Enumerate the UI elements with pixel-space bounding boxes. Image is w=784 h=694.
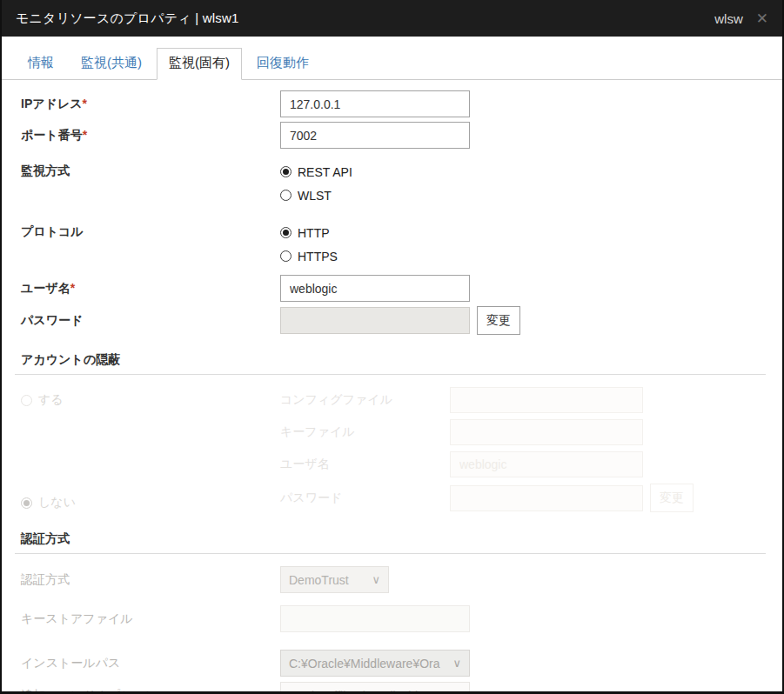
ip-address-row: IPアドレス* [21, 90, 763, 117]
key-file-input [450, 419, 643, 445]
command-option-input [280, 682, 470, 694]
required-mark: * [83, 97, 87, 110]
password-label: パスワード [21, 313, 280, 329]
account-hiding-section: する しない コンフィグファイル キーファイル [21, 387, 763, 518]
keystore-label: キーストアファイル [21, 611, 280, 627]
window-label: wlsw [714, 11, 743, 26]
hidden-password-row: パスワード 変更 [280, 484, 694, 512]
command-option-label: 追加コマンドオプション [21, 688, 280, 694]
key-file-row: キーファイル [280, 419, 694, 445]
port-label: ポート番号* [21, 128, 280, 143]
monitor-method-row: 監視方式 REST API WLST [21, 160, 763, 207]
radio-https[interactable]: HTTPS [280, 244, 338, 268]
keystore-input [280, 605, 470, 632]
close-icon[interactable]: ✕ [756, 11, 768, 26]
radio-http[interactable]: HTTP [280, 221, 338, 244]
tab-content: IPアドレス* ポート番号* 監視方式 REST API WLST [2, 80, 782, 694]
required-mark: * [70, 281, 75, 295]
hidden-password-label: パスワード [280, 490, 450, 506]
radio-button-icon [280, 250, 291, 262]
port-input[interactable] [280, 122, 470, 149]
protocol-label: プロトコル [21, 221, 280, 240]
radio-wlst[interactable]: WLST [280, 184, 352, 207]
keystore-row: キーストアファイル [21, 605, 763, 632]
hidden-password-change-button: 変更 [650, 484, 694, 512]
ip-address-label: IPアドレス* [21, 97, 280, 112]
command-option-row: 追加コマンドオプション [21, 682, 763, 694]
password-row: パスワード 変更 [21, 306, 763, 335]
auth-method-label: 認証方式 [21, 572, 280, 588]
config-file-label: コンフィグファイル [280, 392, 450, 408]
config-file-input [450, 387, 643, 413]
monitor-method-label: 監視方式 [21, 160, 280, 179]
tab-recovery-action[interactable]: 回復動作 [245, 48, 321, 79]
hidden-username-label: ユーザ名 [280, 457, 450, 472]
chevron-down-icon: ∨ [452, 657, 461, 670]
auth-section-title: 認証方式 [15, 531, 766, 554]
username-row: ユーザ名* [21, 275, 763, 302]
protocol-group: HTTP HTTPS [280, 221, 338, 268]
auth-method-row: 認証方式 DemoTrust ∨ [21, 566, 763, 593]
dialog-title: モニタリソースのプロパティ | wlsw1 [16, 10, 239, 27]
radio-button-icon [21, 497, 32, 509]
key-file-label: キーファイル [280, 424, 450, 440]
hidden-password-input [450, 485, 643, 511]
protocol-row: プロトコル HTTP HTTPS [21, 221, 763, 268]
radio-button-icon [21, 395, 32, 406]
chevron-down-icon: ∨ [372, 573, 380, 586]
ip-address-input[interactable] [280, 90, 470, 117]
tab-monitor-common[interactable]: 監視(共通) [69, 48, 154, 79]
port-row: ポート番号* [21, 122, 763, 149]
username-input[interactable] [280, 275, 470, 302]
account-hiding-section-title: アカウントの隠蔽 [15, 352, 766, 375]
radio-hide-off: しない [21, 490, 280, 516]
install-path-select: C:¥Oracle¥Middleware¥Ora ∨ [280, 650, 470, 677]
monitor-resource-properties-dialog: モニタリソースのプロパティ | wlsw1 wlsw ✕ 情報 監視(共通) 監… [0, 0, 784, 694]
install-path-row: インストールパス C:¥Oracle¥Middleware¥Ora ∨ [21, 650, 763, 677]
username-label: ユーザ名* [21, 281, 280, 297]
title-bar: モニタリソースのプロパティ | wlsw1 wlsw ✕ [2, 0, 782, 37]
radio-button-icon [280, 190, 291, 201]
config-file-row: コンフィグファイル [280, 387, 694, 413]
install-path-label: インストールパス [21, 656, 280, 671]
radio-hide-on: する [21, 387, 280, 413]
monitor-method-group: REST API WLST [280, 160, 352, 207]
tab-bar: 情報 監視(共通) 監視(固有) 回復動作 [2, 48, 782, 80]
hidden-username-row: ユーザ名 [280, 451, 694, 477]
required-mark: * [83, 128, 87, 142]
radio-rest-api[interactable]: REST API [280, 160, 352, 184]
hidden-username-input [450, 451, 643, 477]
password-change-button[interactable]: 変更 [477, 306, 520, 335]
auth-method-select: DemoTrust ∨ [280, 566, 389, 593]
radio-button-icon [280, 227, 291, 238]
account-hiding-fields: コンフィグファイル キーファイル ユーザ名 パスワード 変更 [280, 387, 694, 518]
tab-monitor-specific[interactable]: 監視(固有) [157, 48, 242, 80]
tab-info[interactable]: 情報 [16, 48, 66, 79]
account-hiding-radios: する しない [21, 387, 280, 518]
password-input [280, 307, 470, 334]
radio-button-icon [280, 166, 291, 177]
